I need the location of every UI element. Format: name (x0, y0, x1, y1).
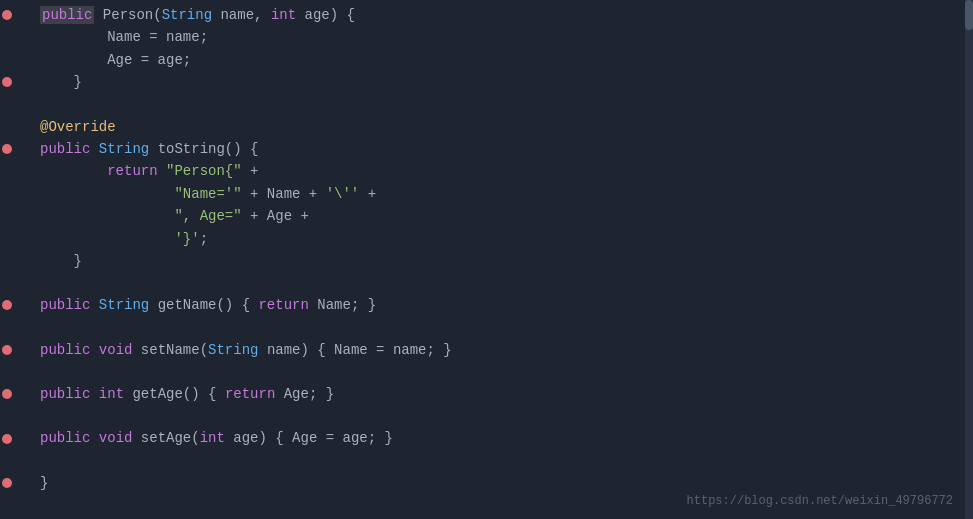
code-line: '}'; (0, 228, 973, 250)
code-line: } (0, 250, 973, 272)
line-code: ", Age=" + Age + (28, 205, 965, 227)
code-line: Name = name; (0, 26, 973, 48)
line-code: public void setName(String name) { Name … (28, 339, 965, 361)
breakpoint-dot (2, 389, 12, 399)
code-line: public void setAge(int age) { Age = age;… (0, 427, 973, 449)
line-code: public Person(String name, int age) { (28, 4, 965, 26)
line-code: public void setAge(int age) { Age = age;… (28, 427, 965, 449)
code-line (0, 272, 973, 294)
code-line (0, 317, 973, 339)
line-code: public String getName() { return Name; } (28, 294, 965, 316)
breakpoint-dot (2, 345, 12, 355)
line-code: Age = age; (28, 49, 965, 71)
line-code: Name = name; (28, 26, 965, 48)
breakpoint-dot (2, 434, 12, 444)
code-line: Age = age; (0, 49, 973, 71)
line-code: } (28, 250, 965, 272)
line-code: public String toString() { (28, 138, 965, 160)
scrollbar-thumb[interactable] (965, 0, 973, 30)
code-line: public int getAge() { return Age; } (0, 383, 973, 405)
code-line: public String getName() { return Name; } (0, 294, 973, 316)
code-line: } (0, 71, 973, 93)
line-code: } (28, 71, 965, 93)
line-code: "Name='" + Name + '\'' + (28, 183, 965, 205)
breakpoint-dot (2, 478, 12, 488)
breakpoint-dot (2, 77, 12, 87)
code-content: public Person(String name, int age) { Na… (0, 0, 973, 498)
line-code: @Override (28, 116, 965, 138)
code-line: "Name='" + Name + '\'' + (0, 183, 973, 205)
code-line: public void setName(String name) { Name … (0, 339, 973, 361)
line-code: public int getAge() { return Age; } (28, 383, 965, 405)
code-line (0, 405, 973, 427)
code-line (0, 94, 973, 116)
breakpoint-dot (2, 144, 12, 154)
breakpoint-dot (2, 10, 12, 20)
code-line (0, 450, 973, 472)
line-code: '}'; (28, 228, 965, 250)
code-line: public Person(String name, int age) { (0, 4, 973, 26)
code-line (0, 361, 973, 383)
code-line: return "Person{" + (0, 160, 973, 182)
code-line: ", Age=" + Age + (0, 205, 973, 227)
url-bar: https://blog.csdn.net/weixin_49796772 (687, 492, 953, 511)
breakpoint-dot (2, 300, 12, 310)
code-line: public String toString() { (0, 138, 973, 160)
line-code: return "Person{" + (28, 160, 965, 182)
scrollbar-right[interactable] (965, 0, 973, 519)
code-editor: public Person(String name, int age) { Na… (0, 0, 973, 519)
code-line: @Override (0, 116, 973, 138)
